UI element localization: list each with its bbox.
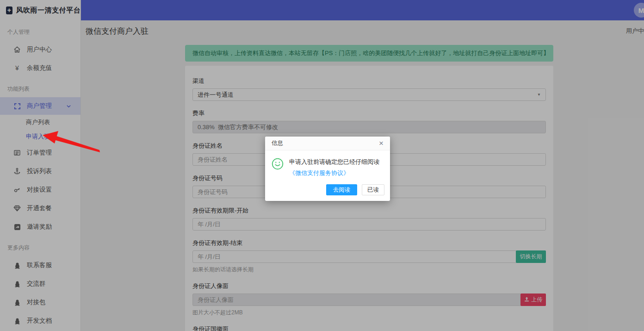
dialog-body: 申请入驻前请确定您已经仔细阅读《微信支付服务协议》 (265, 150, 390, 180)
dialog-header: 信息 × (265, 137, 390, 150)
dialog-message: 申请入驻前请确定您已经仔细阅读《微信支付服务协议》 (289, 156, 383, 179)
dialog-title: 信息 (272, 139, 283, 147)
app-window: M + 风吹雨一清支付平台 个人管理 用户中心 ¥ 余额充值 功能列表 商户管理 (0, 0, 644, 331)
go-read-button[interactable]: 去阅读 (326, 184, 358, 195)
info-dialog: 信息 × 申请入驻前请确定您已经仔细阅读《微信支付服务协议》 去阅读 已读 (265, 137, 390, 201)
wechat-agreement-link[interactable]: 《微信支付服务协议》 (289, 169, 349, 176)
already-read-button[interactable]: 已读 (362, 184, 384, 195)
dialog-message-text: 申请入驻前请确定您已经仔细阅读 (289, 158, 379, 165)
smiley-icon (272, 158, 284, 179)
close-icon[interactable]: × (379, 139, 384, 147)
dialog-footer: 去阅读 已读 (265, 180, 390, 201)
